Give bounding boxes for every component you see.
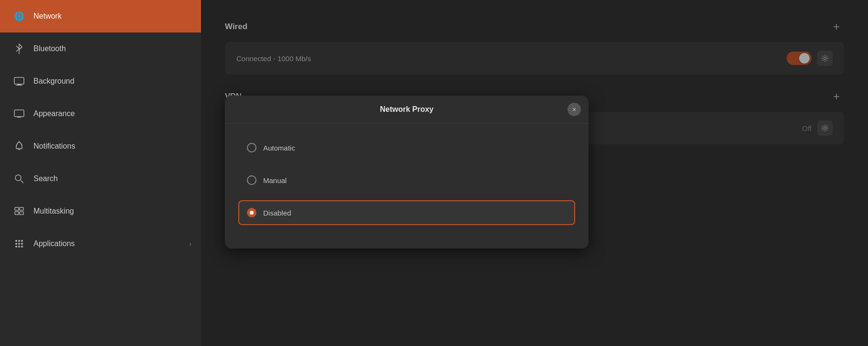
proxy-option-disabled[interactable]: Disabled	[238, 200, 575, 225]
svg-point-15	[15, 243, 17, 245]
notifications-icon	[13, 141, 25, 152]
radio-dot-automatic	[247, 143, 256, 152]
sidebar-item-label: Multitasking	[33, 207, 74, 216]
sidebar: 🌐 Network Bluetooth Background	[0, 0, 201, 346]
sidebar-item-label: Bluetooth	[33, 44, 66, 53]
svg-point-14	[21, 240, 23, 242]
svg-rect-9	[20, 207, 23, 210]
svg-rect-8	[15, 207, 19, 210]
sidebar-item-label: Background	[33, 77, 74, 86]
svg-point-19	[18, 246, 20, 248]
chevron-right-icon: ›	[189, 240, 191, 248]
svg-rect-3	[14, 110, 24, 117]
radio-dot-disabled	[247, 208, 256, 217]
search-icon	[13, 173, 25, 184]
sidebar-item-label: Network	[33, 12, 62, 21]
svg-rect-10	[15, 212, 19, 215]
multitasking-icon	[13, 205, 25, 217]
svg-point-13	[18, 240, 20, 242]
svg-line-7	[21, 180, 23, 183]
svg-point-17	[21, 243, 23, 245]
sidebar-item-applications[interactable]: Applications ›	[0, 227, 201, 260]
sidebar-item-bluetooth[interactable]: Bluetooth	[0, 32, 201, 65]
sidebar-item-label: Notifications	[33, 142, 75, 151]
sidebar-item-network[interactable]: 🌐 Network	[0, 0, 201, 32]
svg-point-18	[15, 246, 17, 248]
modal-header: Network Proxy ×	[225, 96, 589, 124]
network-icon: 🌐	[13, 11, 25, 22]
radio-dot-manual	[247, 175, 256, 185]
sidebar-item-label: Applications	[33, 239, 75, 248]
sidebar-item-multitasking[interactable]: Multitasking	[0, 195, 201, 227]
applications-icon	[13, 238, 25, 249]
svg-rect-2	[16, 85, 22, 86]
svg-rect-11	[20, 212, 23, 215]
sidebar-item-appearance[interactable]: Appearance	[0, 97, 201, 130]
svg-rect-0	[14, 77, 24, 84]
proxy-option-disabled-label: Disabled	[263, 209, 291, 217]
appearance-icon	[13, 108, 25, 119]
proxy-option-manual-label: Manual	[263, 176, 287, 184]
svg-point-16	[18, 243, 20, 245]
background-icon	[13, 76, 25, 87]
sidebar-item-background[interactable]: Background	[0, 65, 201, 97]
modal-body: Automatic Manual Disabled	[225, 124, 589, 237]
modal-close-button[interactable]: ×	[568, 103, 581, 116]
main-content: Wired + Connected - 1000 Mb/s VPN +	[201, 0, 868, 346]
svg-point-20	[21, 246, 23, 248]
network-proxy-modal: Network Proxy × Automatic Manual Disable	[225, 96, 589, 249]
sidebar-item-label: Search	[33, 174, 58, 183]
svg-point-12	[15, 240, 17, 242]
sidebar-item-label: Appearance	[33, 109, 75, 118]
proxy-option-automatic[interactable]: Automatic	[238, 135, 575, 160]
proxy-option-manual[interactable]: Manual	[238, 168, 575, 193]
modal-overlay: Network Proxy × Automatic Manual Disable	[201, 0, 868, 346]
sidebar-item-notifications[interactable]: Notifications	[0, 130, 201, 162]
svg-point-6	[15, 175, 21, 181]
svg-rect-1	[17, 84, 21, 85]
svg-rect-4	[17, 117, 21, 118]
proxy-option-automatic-label: Automatic	[263, 144, 295, 152]
sidebar-item-search[interactable]: Search	[0, 162, 201, 195]
bluetooth-icon	[13, 43, 25, 54]
modal-title: Network Proxy	[380, 105, 434, 114]
